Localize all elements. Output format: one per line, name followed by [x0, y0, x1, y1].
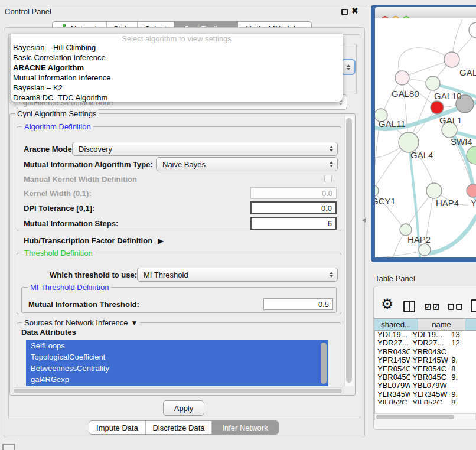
- corner-dock-icon[interactable]: [2, 444, 15, 450]
- network-node[interactable]: [426, 183, 442, 198]
- disclosure-right-icon[interactable]: ▶: [158, 236, 163, 244]
- algorithm-option[interactable]: Mutual Information Inference: [11, 73, 343, 83]
- tab-infer-network[interactable]: Infer Network: [212, 421, 278, 434]
- attribute-item[interactable]: BetweennessCentrality: [26, 363, 328, 374]
- table-row[interactable]: YDR27...YDR27...12: [375, 339, 476, 347]
- hub-definition-toggle[interactable]: Hub/Transcription Factor Definition ▶: [24, 236, 163, 245]
- network-edge[interactable]: [399, 48, 452, 75]
- tab-label: Discretize Data: [152, 423, 204, 432]
- settings-vscrollbar[interactable]: [344, 116, 354, 386]
- manual-kernel-width-label: Manual Kernel Width Definition: [24, 175, 137, 184]
- network-canvas[interactable]: GALGAL80GAL10GAL1GAL11SWI4GAL4GCY1HAP4YH…: [375, 18, 476, 257]
- table-row[interactable]: YER054CYER054C8.: [375, 365, 476, 373]
- network-node[interactable]: [399, 132, 419, 152]
- attribute-item[interactable]: gal4RGexp: [26, 374, 328, 385]
- apply-label: Apply: [174, 404, 194, 413]
- deselect-checkbox-icon[interactable]: [448, 304, 454, 310]
- table-row[interactable]: YBR043CYBR043C: [375, 348, 476, 356]
- new-table-icon[interactable]: [471, 299, 476, 312]
- split-columns-icon[interactable]: [403, 301, 415, 312]
- algorithm-dropdown: Select algorithm to view settings Bayesi…: [11, 34, 343, 102]
- attribute-item[interactable]: SelfLoops: [26, 340, 328, 351]
- tab-discretize-data[interactable]: Discretize Data: [146, 421, 212, 434]
- aracne-mode-select[interactable]: Discovery: [72, 142, 338, 156]
- network-graph[interactable]: GALGAL80GAL10GAL1GAL11SWI4GAL4GCY1HAP4YH…: [375, 18, 476, 257]
- network-node[interactable]: [395, 71, 409, 85]
- network-node[interactable]: [444, 52, 459, 67]
- settings-vscrollbar-thumb[interactable]: [346, 118, 352, 383]
- table-cell: [448, 348, 476, 356]
- spinner-arrows-icon: [330, 146, 333, 152]
- which-threshold-value: MI Threshold: [144, 270, 188, 279]
- deselect-checkbox-icon-2[interactable]: [456, 304, 462, 310]
- disclosure-down-icon[interactable]: ▼: [131, 319, 138, 327]
- algorithm-option[interactable]: ARACNE Algorithm: [11, 63, 343, 73]
- manual-kernel-width-checkbox: [324, 175, 332, 182]
- table-row[interactable]: YBR045CYBR045C9.: [375, 373, 476, 381]
- sources-title-row[interactable]: Sources for Network Inference ▼: [22, 318, 140, 327]
- network-window-titlebar[interactable]: [375, 7, 476, 19]
- cyni-bottom-tabs: Impute DataDiscretize DataInfer Network: [89, 420, 279, 435]
- close-icon[interactable]: ✖: [351, 6, 358, 15]
- network-node[interactable]: [467, 184, 476, 197]
- table-cell: 9: [448, 399, 476, 404]
- network-node[interactable]: [400, 224, 412, 236]
- node-label: HAP2: [407, 234, 431, 244]
- table-row[interactable]: YPR145WYPR145W9.: [375, 356, 476, 364]
- node-label: Y: [471, 198, 476, 208]
- algorithm-definition-title: Algorithm Definition: [22, 122, 93, 131]
- mi-steps-field[interactable]: 6: [250, 217, 337, 230]
- network-node[interactable]: [426, 76, 440, 90]
- attribute-item[interactable]: TopologicalCoefficient: [26, 351, 328, 363]
- algorithm-option-list: Bayesian – Hill ClimbingBasic Correlatio…: [11, 43, 343, 102]
- algorithm-select-arrow-button[interactable]: [341, 59, 356, 75]
- table-cell: YBR045C: [410, 373, 448, 381]
- which-threshold-select[interactable]: MI Threshold: [137, 268, 338, 282]
- table-cell: 13: [448, 331, 476, 339]
- gear-icon[interactable]: ⚙: [381, 296, 394, 312]
- select-all-checkbox-icon-2[interactable]: ✓: [433, 304, 439, 310]
- tab-impute-data[interactable]: Impute Data: [89, 421, 146, 434]
- table-body-bg: YDL19...YDL19...13YDR27...YDR27...12YBR0…: [374, 331, 476, 413]
- table-row[interactable]: YIL052CYIL052C9: [375, 399, 476, 404]
- network-node[interactable]: [469, 22, 476, 38]
- float-icon[interactable]: [341, 9, 348, 15]
- table-row[interactable]: YDL19...YDL19...13: [375, 331, 476, 339]
- table-cell: YPR145W: [410, 356, 448, 364]
- settings-hscrollbar[interactable]: [12, 387, 344, 394]
- mi-steps-label: Mutual Information Steps:: [24, 219, 118, 228]
- algorithm-option[interactable]: Bayesian – K2: [11, 83, 343, 93]
- select-all-checkbox-icon[interactable]: ✓: [425, 304, 431, 310]
- mi-threshold-field[interactable]: 0.5: [263, 298, 333, 310]
- spinner-arrows-icon: [347, 64, 350, 70]
- column-header-name[interactable]: name: [418, 318, 465, 331]
- divider-collapse-icon[interactable]: [362, 218, 366, 223]
- aracne-mode-value: Discovery: [79, 145, 112, 154]
- settings-hscrollbar-thumb[interactable]: [14, 389, 342, 393]
- algorithm-option[interactable]: Dream8 DC_TDC Algorithm: [11, 93, 343, 102]
- kernel-width-label: Kernel Width (0,1):: [24, 189, 92, 198]
- node-label: SWI4: [451, 136, 472, 146]
- data-attributes-list[interactable]: SelfLoopsTopologicalCoefficientBetweenne…: [26, 340, 328, 386]
- algorithm-option[interactable]: Bayesian – Hill Climbing: [11, 43, 343, 53]
- table-header-row: shared... name: [374, 318, 476, 331]
- list-scrollbar-thumb[interactable]: [321, 343, 327, 384]
- table-cell: YPR145W: [375, 356, 410, 364]
- table-hscrollbar-thumb[interactable]: [376, 415, 454, 419]
- network-node[interactable]: [375, 185, 379, 197]
- apply-button[interactable]: Apply: [163, 400, 204, 416]
- network-node[interactable]: [419, 244, 431, 256]
- network-edge[interactable]: [380, 250, 425, 257]
- table-hscrollbar[interactable]: [374, 413, 476, 420]
- column-header-shared[interactable]: shared...: [374, 318, 418, 331]
- table-cell: YIL052C: [410, 399, 448, 404]
- algorithm-option[interactable]: Basic Correlation Inference: [11, 53, 343, 63]
- network-node[interactable]: [431, 101, 444, 114]
- network-edge-highlighted[interactable]: [430, 217, 476, 253]
- column-header-3[interactable]: [465, 318, 476, 331]
- mi-algorithm-type-select[interactable]: Naive Bayes: [156, 157, 338, 171]
- table-row[interactable]: YLR345WYLR345W9.: [375, 390, 476, 399]
- dpi-tolerance-field[interactable]: 0.0: [250, 201, 337, 214]
- table-body: YDL19...YDL19...13YDR27...YDR27...12YBR0…: [375, 331, 476, 404]
- table-row[interactable]: YBL079WYBL079W: [375, 381, 476, 390]
